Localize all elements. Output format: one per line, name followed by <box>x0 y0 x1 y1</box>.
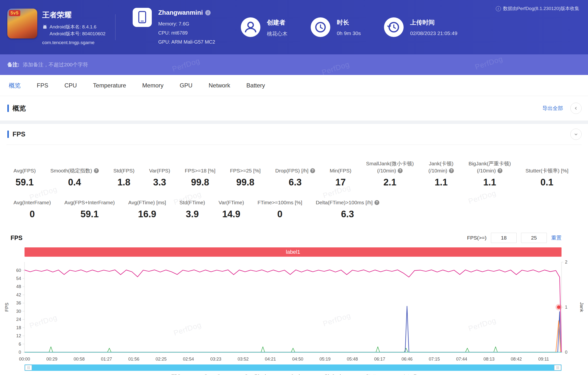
note-input[interactable]: 备注: 添加备注，不超过200个字符 <box>0 54 588 75</box>
metric-value: 6.3 <box>275 177 315 188</box>
duration-info: 时长 0h 9m 30s <box>311 17 361 37</box>
svg-text:05:48: 05:48 <box>347 357 358 362</box>
chart-scrollbar[interactable] <box>25 364 562 371</box>
fps-metrics-row1: Avg(FPS)59.1Smooth(稳定指数)0.4Std(FPS)1.8Va… <box>0 159 588 188</box>
svg-text:04:21: 04:21 <box>265 357 276 362</box>
fps-chart-title: FPS <box>11 234 23 242</box>
android-icon <box>42 24 48 29</box>
divider <box>6 145 582 145</box>
metric-Std(FPS): Std(FPS)1.8 <box>113 159 134 188</box>
fps-section: FPS Avg(FPS)59.1Smooth(稳定指数)0.4Std(FPS)1… <box>0 124 588 375</box>
fps-threshold-low-input[interactable] <box>491 233 517 243</box>
fps-metrics-row2: Avg(InterFrame)0Avg(FPS+InterFrame)59.1A… <box>0 199 588 219</box>
metric-Var(FPS): Var(FPS)3.3 <box>149 159 170 188</box>
svg-text:6: 6 <box>19 342 21 347</box>
svg-text:54: 54 <box>16 276 21 281</box>
svg-text:1: 1 <box>565 305 567 310</box>
metric-value: 99.8 <box>230 177 261 188</box>
metric-Stutter(卡顿率) [%]: Stutter(卡顿率) [%]0.1 <box>525 159 568 188</box>
overview-title-wrap: 概览 <box>7 104 26 113</box>
overview-title: 概览 <box>13 104 26 113</box>
svg-text:00:00: 00:00 <box>19 357 30 362</box>
reset-link[interactable]: 重置 <box>551 234 562 241</box>
svg-text:07:44: 07:44 <box>456 357 467 362</box>
tab-FPS[interactable]: FPS <box>37 82 48 89</box>
scrollbar-right-handle[interactable] <box>554 365 561 370</box>
help-icon[interactable] <box>310 168 315 173</box>
data-source-text: 数据由PerfDog(8.1.230120)版本收集 <box>503 5 579 12</box>
svg-text:09:11: 09:11 <box>538 357 549 362</box>
svg-text:0: 0 <box>19 350 21 355</box>
metric-Jank(卡顿): Jank(卡顿)(/10min)1.1 <box>428 159 454 188</box>
legend-item-FPS[interactable]: FPS <box>160 374 181 375</box>
svg-text:03:52: 03:52 <box>238 357 249 362</box>
tab-概览[interactable]: 概览 <box>9 82 21 89</box>
fps-threshold-controls: FPS(>=) 重置 <box>467 233 562 243</box>
legend-item-Jank[interactable]: Jank <box>280 374 301 375</box>
help-icon[interactable] <box>374 200 379 205</box>
creator-info: 创建者 桃花心木 <box>241 17 287 37</box>
metric-Avg(InterFrame): Avg(InterFrame)0 <box>13 199 51 219</box>
svg-text:06:17: 06:17 <box>374 357 385 362</box>
metric-label: FPS>=25 [%] <box>230 159 261 174</box>
tab-bar: 概览FPSCPUTemperatureMemoryGPUNetworkBatte… <box>0 75 588 96</box>
chart-label-banner: label1 <box>25 247 562 257</box>
svg-text:0: 0 <box>565 350 567 355</box>
metric-value: 14.9 <box>218 209 244 219</box>
game-icon: 5v5 <box>7 9 37 38</box>
android-version-name: Android版本名: 8.4.1.6 <box>50 24 96 30</box>
metric-Var(FTime): Var(FTime)14.9 <box>218 199 244 219</box>
svg-text:01:56: 01:56 <box>128 357 139 362</box>
help-icon[interactable] <box>94 168 99 173</box>
help-icon[interactable] <box>398 168 403 173</box>
legend-item-SmallJank[interactable]: SmallJank <box>234 374 267 375</box>
info-circle-icon <box>496 6 501 11</box>
data-source-note: 数据由PerfDog(8.1.230120)版本收集 <box>496 5 579 12</box>
metric-value: 1.1 <box>469 177 511 188</box>
tab-GPU[interactable]: GPU <box>180 82 192 89</box>
upload-label: 上传时间 <box>410 18 457 26</box>
svg-text:02:54: 02:54 <box>183 357 194 362</box>
help-icon[interactable] <box>498 168 502 173</box>
tab-Network[interactable]: Network <box>209 82 230 89</box>
metric-value: 59.1 <box>64 209 115 219</box>
collapse-panel-button[interactable] <box>570 103 582 114</box>
tab-Battery[interactable]: Battery <box>246 82 265 89</box>
tab-Memory[interactable]: Memory <box>142 82 164 89</box>
android-version-code: Android版本号: 804010602 <box>42 30 105 37</box>
metric-label: FPS>=18 [%] <box>185 159 216 174</box>
svg-text:03:23: 03:23 <box>210 357 221 362</box>
metric-value: 99.8 <box>185 177 216 188</box>
legend-label: SmallJank <box>245 374 267 375</box>
metric-value: 2.1 <box>366 177 414 188</box>
legend-item-InterFrame[interactable]: InterFrame <box>393 374 428 375</box>
legend-item-Smooth[interactable]: Smooth <box>193 374 221 375</box>
help-icon[interactable] <box>449 168 454 173</box>
legend-item-Stutter[interactable]: Stutter <box>355 374 380 375</box>
device-info-icon[interactable]: i <box>205 10 211 15</box>
svg-text:02:25: 02:25 <box>156 357 167 362</box>
tab-Temperature[interactable]: Temperature <box>93 82 126 89</box>
fps-chart[interactable]: 0612182430364248546001200:0000:2900:5801… <box>0 259 588 363</box>
fps-chart-header: FPS FPS(>=) 重置 <box>0 233 588 243</box>
fps-section-header: FPS <box>0 124 588 145</box>
legend-item-BigJank[interactable]: BigJank <box>314 374 342 375</box>
metric-value: 6.3 <box>316 209 379 219</box>
svg-text:00:58: 00:58 <box>74 357 85 362</box>
legend-label: InterFrame <box>404 374 428 375</box>
export-all-link[interactable]: 导出全部 <box>542 105 563 112</box>
metric-value: 1.1 <box>428 177 454 188</box>
fps-threshold-high-input[interactable] <box>521 233 547 243</box>
scrollbar-left-handle[interactable] <box>25 365 32 370</box>
app-package: com.tencent.tmgp.sgame <box>42 39 105 46</box>
svg-text:30: 30 <box>16 309 21 314</box>
chevron-down-icon <box>574 132 578 136</box>
app-info: 5v5 王者荣耀 Android版本名: 8.4.1.6 Android版本号:… <box>7 9 105 46</box>
collapse-fps-button[interactable] <box>570 129 582 140</box>
metric-value: 17 <box>330 177 351 188</box>
history-clock-icon <box>384 17 404 37</box>
svg-text:24: 24 <box>16 317 21 322</box>
svg-text:42: 42 <box>16 292 21 297</box>
tab-CPU[interactable]: CPU <box>64 82 77 89</box>
device-info: Zhangwanmini i Memory: 7.6G CPU: mt6789 … <box>133 8 215 47</box>
